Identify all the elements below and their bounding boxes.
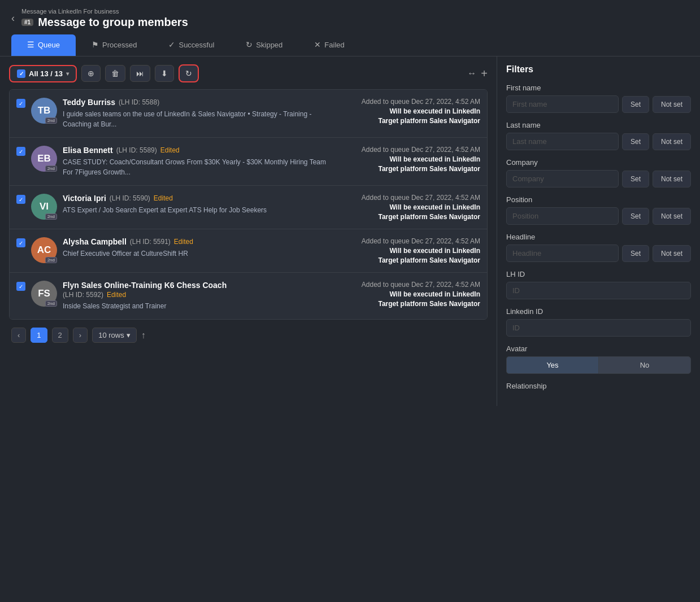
tab-successful[interactable]: ✓ Successful [153,34,230,56]
item-meta: Added to queue Dec 27, 2022, 4:52 AM Wil… [333,146,480,173]
target-platform: Sales Navigator [429,165,480,173]
connection-badge: 2nd [45,117,57,124]
queue-list: ✓ TB 2nd Teddy Burriss (LH ID: 5588) I g… [9,89,488,320]
headline-row: Set Not set [506,245,691,262]
headline-label: Headline [506,233,691,241]
item-checkbox-0[interactable]: ✓ [16,99,25,108]
header-badge: #1 [21,19,33,26]
linkedin-id-input[interactable] [506,319,691,337]
item-checkbox-1[interactable]: ✓ [16,147,25,156]
rows-select[interactable]: 10 rows ▾ [92,328,137,343]
position-input[interactable] [506,207,619,225]
filter-headline: Headline Set Not set [506,233,691,262]
last-name-not-set-button[interactable]: Not set [653,133,691,150]
company-set-button[interactable]: Set [622,171,649,187]
filters-panel: Filters First name Set Not set Last name… [497,56,700,406]
company-input[interactable] [506,170,619,187]
header-info: Message via LinkedIn For business #1 Mes… [21,8,188,29]
main-content: ✓ All 13 / 13 ▾ ⊕ 🗑 ⏭ ⬇ ↻ ↔ [0,56,700,406]
queue-date: Added to queue Dec 27, 2022, 4:52 AM [333,237,480,245]
filter-avatar: Avatar Yes No [506,344,691,374]
company-not-set-button[interactable]: Not set [653,171,691,187]
execute-label: Will be executed in [389,203,450,211]
rows-label: 10 rows [98,331,124,339]
tab-bar: ☰ Queue ⚑ Processed ✓ Successful ↻ Skipp… [0,34,700,56]
avatar-yes-button[interactable]: Yes [506,356,598,374]
refresh-button[interactable]: ↻ [179,64,199,82]
tab-skipped[interactable]: ↻ Skipped [230,34,298,56]
item-meta: Added to queue Dec 27, 2022, 4:52 AM Wil… [333,194,480,221]
header-title: #1 Message to group members [21,16,188,29]
execute-label: Will be executed in [389,247,450,255]
skip-button[interactable]: ⏭ [130,65,150,82]
filter-first-name: First name Set Not set [506,84,691,113]
person-name: Victoria Ipri [63,194,106,203]
download-button[interactable]: ⬇ [155,65,174,82]
platform-name: LinkedIn [453,290,480,298]
person-name: Flyn Sales Online-Training K6 Chess Coac… [63,281,227,290]
execute-info: Will be executed in LinkedIn [333,203,480,211]
filters-title: Filters [506,64,691,75]
last-name-set-button[interactable]: Set [622,133,649,150]
headline-not-set-button[interactable]: Not set [653,245,691,262]
delete-button[interactable]: 🗑 [105,65,125,82]
trash-icon: 🗑 [111,69,119,78]
execute-label: Will be executed in [389,107,450,115]
connection-badge: 2nd [45,165,57,172]
filter-linkedin-id: Linkedin ID [506,307,691,337]
avatar-initials: FS [38,288,50,299]
select-all-button[interactable]: ✓ All 13 / 13 ▾ [9,65,77,82]
target-info: Target platform Sales Navigator [333,256,480,264]
position-set-button[interactable]: Set [622,208,649,225]
avatar-no-button[interactable]: No [598,356,691,374]
scroll-up-button[interactable]: ↑ [141,330,146,341]
lh-id-input[interactable] [506,282,691,299]
avatar-toggle: Yes No [506,356,691,374]
item-checkbox-3[interactable]: ✓ [16,238,25,247]
tab-queue[interactable]: ☰ Queue [11,34,76,56]
back-button[interactable]: ‹ [11,12,15,24]
first-name-input[interactable] [506,95,619,113]
page-header: ‹ Message via LinkedIn For business #1 M… [0,0,700,34]
edited-label: Edited [174,238,193,246]
tab-failed-label: Failed [324,41,344,49]
tab-failed[interactable]: ✕ Failed [298,34,360,56]
plus-button[interactable]: + [481,67,488,80]
target-info: Target platform Sales Navigator [333,213,480,221]
queue-icon: ☰ [27,40,34,49]
last-name-row: Set Not set [506,133,691,150]
add-item-button[interactable]: ⊕ [81,65,101,82]
page-1-button[interactable]: 1 [31,328,47,343]
checkbox-icon: ✓ [17,69,25,78]
headline-set-button[interactable]: Set [622,245,649,262]
item-description: CASE STUDY: Coach/Consultant Grows From … [63,157,328,177]
add-icon: ⊕ [88,69,94,78]
list-item: ✓ EB 2nd Elisa Bennett (LH ID: 5589) Edi… [10,138,487,186]
next-page-button[interactable]: › [73,328,88,343]
item-description: I guide sales teams on the use of Linked… [63,109,328,129]
edited-label: Edited [154,194,173,202]
position-not-set-button[interactable]: Not set [653,208,691,225]
avatar: VI 2nd [31,194,57,220]
headline-input[interactable] [506,245,619,262]
page-2-button[interactable]: 2 [52,328,68,343]
first-name-label: First name [506,84,691,92]
connection-badge: 2nd [45,300,57,307]
last-name-input[interactable] [506,133,619,150]
person-name: Elisa Bennett [63,146,113,155]
prev-page-button[interactable]: ‹ [11,328,26,343]
item-checkbox-4[interactable]: ✓ [16,282,25,291]
first-name-not-set-button[interactable]: Not set [653,96,691,113]
position-row: Set Not set [506,207,691,225]
target-label: Target platform [378,300,427,308]
item-checkbox-2[interactable]: ✓ [16,195,25,204]
hide-button[interactable]: ↔ [467,68,476,78]
execute-info: Will be executed in LinkedIn [333,247,480,255]
item-name-row: Alysha Campbell (LH ID: 5591) Edited [63,237,328,246]
tab-processed-label: Processed [102,41,137,49]
platform-name: LinkedIn [453,203,480,211]
lh-id-label: LH ID [506,270,691,278]
first-name-set-button[interactable]: Set [622,96,649,113]
chevron-down-icon: ▾ [66,71,69,77]
tab-processed[interactable]: ⚑ Processed [76,34,153,56]
